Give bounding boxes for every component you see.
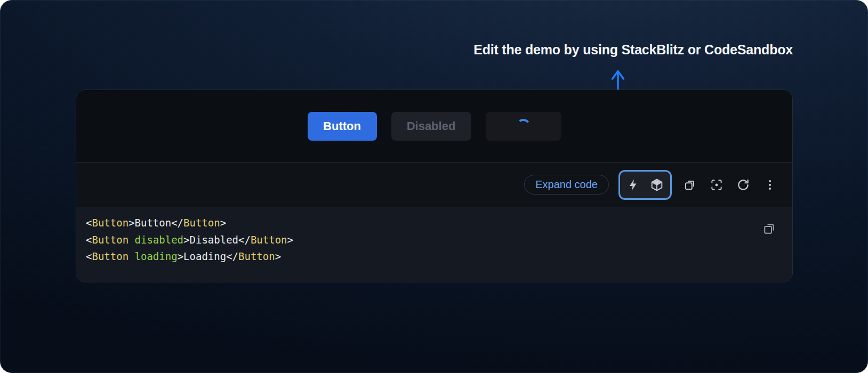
refresh-demo-button[interactable] <box>735 174 752 196</box>
copy-code-button[interactable] <box>681 174 698 196</box>
stackblitz-bolt-icon <box>627 179 640 191</box>
external-editors-highlight-box <box>618 170 672 200</box>
annotation-heading: Edit the demo by using StackBlitz or Cod… <box>473 42 793 58</box>
copy-snippet-button[interactable] <box>761 221 777 237</box>
expand-code-button[interactable]: Expand code <box>524 175 609 194</box>
demo-primary-button[interactable]: Button <box>308 112 377 141</box>
screenshot-root: Edit the demo by using StackBlitz or Cod… <box>0 0 868 373</box>
loading-spinner-icon <box>515 118 531 134</box>
more-vertical-icon <box>763 179 776 191</box>
code-line: <Button loading>Loading</Button> <box>86 248 783 265</box>
code-focus-button[interactable] <box>708 174 725 196</box>
copy-icon <box>683 178 697 192</box>
refresh-icon <box>736 178 750 192</box>
demo-card: Button Disabled Expand code <box>76 90 793 282</box>
code-focus-icon <box>710 178 724 192</box>
demo-preview-area: Button Disabled <box>76 90 792 162</box>
code-line: <Button disabled>Disabled</Button> <box>86 232 783 249</box>
demo-toolbar: Expand code <box>76 162 792 207</box>
demo-loading-button[interactable] <box>486 112 561 141</box>
code-lines: <Button>Button</Button><Button disabled>… <box>86 215 783 265</box>
copy-icon <box>762 230 777 238</box>
codesandbox-cube-icon <box>650 178 664 192</box>
demo-disabled-button: Disabled <box>391 112 471 141</box>
stackblitz-button[interactable] <box>623 174 644 196</box>
code-line: <Button>Button</Button> <box>86 215 783 232</box>
code-block: <Button>Button</Button><Button disabled>… <box>76 207 792 282</box>
codesandbox-button[interactable] <box>646 174 668 196</box>
more-actions-button[interactable] <box>761 174 778 196</box>
arrow-head <box>613 71 624 79</box>
